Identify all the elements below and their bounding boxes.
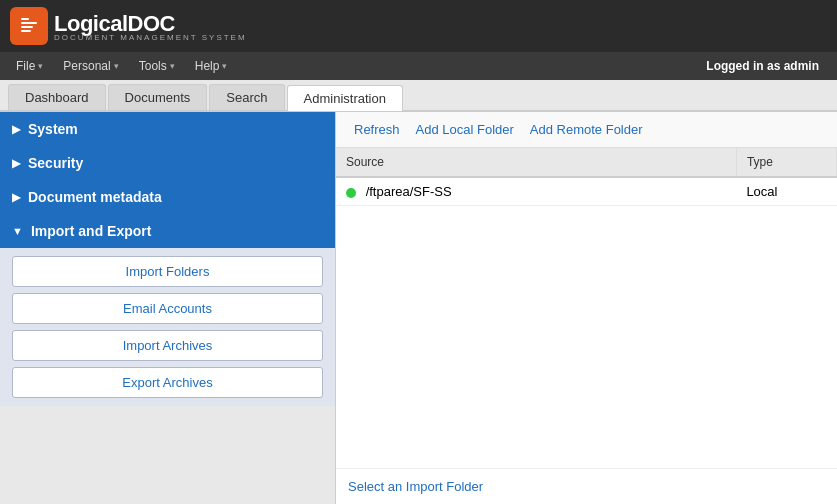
logged-in-label: Logged in as admin <box>706 59 829 73</box>
status-dot-icon <box>346 188 356 198</box>
table-header-row: Source Type <box>336 148 837 177</box>
main-content: ▶ System ▶ Security ▶ Document metadata … <box>0 112 837 504</box>
sidebar-header-import-export[interactable]: ▼ Import and Export <box>0 214 335 248</box>
menubar: File ▾ Personal ▾ Tools ▾ Help ▾ Logged … <box>0 52 837 80</box>
folders-table: Source Type /ftparea/SF-SS Local <box>336 148 837 206</box>
sidebar: ▶ System ▶ Security ▶ Document metadata … <box>0 112 336 504</box>
help-arrow-icon: ▾ <box>222 61 227 71</box>
system-arrow-icon: ▶ <box>12 123 20 136</box>
status-bar: Select an Import Folder <box>336 468 837 504</box>
logo-icon <box>10 7 48 45</box>
tab-dashboard[interactable]: Dashboard <box>8 84 106 110</box>
column-header-source: Source <box>336 148 736 177</box>
sidebar-header-system[interactable]: ▶ System <box>0 112 335 146</box>
logo-text-block: LogicalDOC DOCUMENT MANAGEMENT SYSTEM <box>54 11 247 42</box>
section-system: ▶ System <box>0 112 335 146</box>
logo-area: LogicalDOC DOCUMENT MANAGEMENT SYSTEM <box>10 7 247 45</box>
menu-file[interactable]: File ▾ <box>8 56 51 76</box>
svg-rect-2 <box>21 26 33 28</box>
column-header-type: Type <box>736 148 836 177</box>
right-panel: Refresh Add Local Folder Add Remote Fold… <box>336 112 837 504</box>
add-local-folder-button[interactable]: Add Local Folder <box>410 120 520 139</box>
svg-rect-1 <box>21 22 37 24</box>
personal-arrow-icon: ▾ <box>114 61 119 71</box>
add-remote-folder-button[interactable]: Add Remote Folder <box>524 120 649 139</box>
sidebar-header-doc-metadata[interactable]: ▶ Document metadata <box>0 180 335 214</box>
tab-search[interactable]: Search <box>209 84 284 110</box>
btn-import-folders[interactable]: Import Folders <box>12 256 323 287</box>
header: LogicalDOC DOCUMENT MANAGEMENT SYSTEM <box>0 0 837 52</box>
security-arrow-icon: ▶ <box>12 157 20 170</box>
menu-help[interactable]: Help ▾ <box>187 56 236 76</box>
status-message: Select an Import Folder <box>348 479 483 494</box>
import-export-arrow-icon: ▼ <box>12 225 23 237</box>
section-import-export: ▼ Import and Export Import Folders Email… <box>0 214 335 406</box>
cell-source: /ftparea/SF-SS <box>336 177 736 206</box>
sidebar-header-security[interactable]: ▶ Security <box>0 146 335 180</box>
table-row[interactable]: /ftparea/SF-SS Local <box>336 177 837 206</box>
doc-metadata-arrow-icon: ▶ <box>12 191 20 204</box>
section-doc-metadata: ▶ Document metadata <box>0 180 335 214</box>
tools-arrow-icon: ▾ <box>170 61 175 71</box>
btn-import-archives[interactable]: Import Archives <box>12 330 323 361</box>
svg-rect-4 <box>21 18 29 20</box>
table-body: /ftparea/SF-SS Local <box>336 177 837 206</box>
logo-sub: DOCUMENT MANAGEMENT SYSTEM <box>54 33 247 42</box>
table-area: Source Type /ftparea/SF-SS Local <box>336 148 837 468</box>
cell-type: Local <box>736 177 836 206</box>
file-arrow-icon: ▾ <box>38 61 43 71</box>
refresh-button[interactable]: Refresh <box>348 120 406 139</box>
toolbar: Refresh Add Local Folder Add Remote Fold… <box>336 112 837 148</box>
logo-text: LogicalDOC <box>54 11 175 36</box>
menu-personal[interactable]: Personal ▾ <box>55 56 126 76</box>
btn-export-archives[interactable]: Export Archives <box>12 367 323 398</box>
tab-documents[interactable]: Documents <box>108 84 208 110</box>
sidebar-buttons: Import Folders Email Accounts Import Arc… <box>0 248 335 406</box>
btn-email-accounts[interactable]: Email Accounts <box>12 293 323 324</box>
tab-administration[interactable]: Administration <box>287 85 403 111</box>
menu-tools[interactable]: Tools ▾ <box>131 56 183 76</box>
menubar-left: File ▾ Personal ▾ Tools ▾ Help ▾ <box>8 56 235 76</box>
svg-rect-3 <box>21 30 31 32</box>
section-security: ▶ Security <box>0 146 335 180</box>
tabbar: Dashboard Documents Search Administratio… <box>0 80 837 112</box>
